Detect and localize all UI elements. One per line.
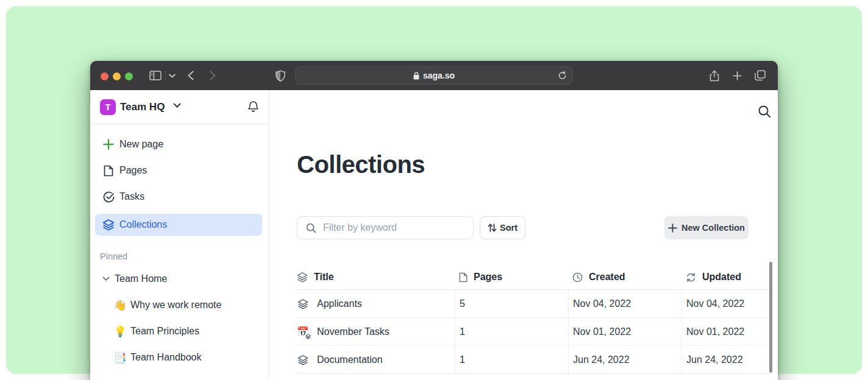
table-row[interactable]: 📅 November Tasks 1 Nov 01, 2022 Nov 01, …: [297, 318, 769, 346]
light-bulb-emoji-icon: 💡: [113, 325, 127, 338]
sidebar-item-label: New page: [119, 139, 163, 150]
main-content: Collections Sort New Collection: [269, 90, 778, 380]
sidebar-item-new-page[interactable]: New page: [95, 135, 262, 153]
sidebar-item-pages[interactable]: Pages: [95, 161, 262, 180]
privacy-shield-icon[interactable]: [273, 61, 288, 90]
sidebar-toggle-icon[interactable]: [148, 61, 163, 90]
new-tab-icon[interactable]: [730, 61, 744, 90]
sort-button[interactable]: Sort: [480, 216, 525, 239]
column-header-label: Title: [314, 272, 334, 283]
pinned-section-label: Pinned: [100, 252, 127, 261]
page-icon: [102, 164, 115, 177]
notifications-bell-icon[interactable]: [247, 100, 259, 113]
expand-chevron-down-icon[interactable]: [102, 276, 110, 281]
zoom-window-button[interactable]: [125, 72, 133, 80]
lock-icon: [413, 72, 419, 80]
toolbar-divider: [165, 71, 166, 80]
layers-icon: [297, 354, 309, 365]
collections-table: Title Pages Created: [297, 265, 769, 374]
updated-date: Nov 01, 2022: [681, 318, 769, 345]
close-window-button[interactable]: [101, 72, 108, 80]
created-date: Nov 01, 2022: [568, 318, 681, 345]
column-header-label: Created: [589, 272, 625, 283]
pinned-item-team-handbook[interactable]: 📑 Team Handbook: [90, 348, 268, 367]
clock-icon: [572, 272, 583, 283]
filter-input-wrapper: [297, 216, 474, 239]
sidebar-item-label: Tasks: [119, 191, 144, 202]
pinned-item-team-home[interactable]: Team Home: [90, 270, 268, 288]
created-date: Nov 04, 2022: [568, 290, 681, 317]
layers-icon: [297, 298, 309, 309]
column-header-pages[interactable]: Pages: [455, 265, 568, 289]
new-collection-button[interactable]: New Collection: [664, 216, 749, 239]
table-row[interactable]: Applicants 5 Nov 04, 2022 Nov 04, 2022: [297, 290, 769, 318]
waving-hand-emoji-icon: 👋: [113, 299, 127, 312]
filter-search-icon: [306, 223, 316, 233]
plus-icon: [668, 223, 677, 233]
filter-input[interactable]: [323, 217, 469, 238]
minimize-window-button[interactable]: [113, 72, 121, 80]
pinned-tree: Team Home 👋 Why we work remote 💡 Team Pr…: [90, 270, 268, 375]
workspace-avatar[interactable]: T: [100, 99, 116, 115]
column-header-title[interactable]: Title: [297, 265, 455, 289]
pinned-item-label: Why we work remote: [130, 300, 221, 311]
table-row[interactable]: Documentation 1 Jun 24, 2022 Jun 24, 202…: [297, 346, 769, 374]
browser-toolbar: saga.so: [90, 61, 778, 90]
pages-count: 1: [455, 346, 568, 373]
address-bar[interactable]: saga.so: [295, 66, 573, 85]
refresh-icon: [686, 272, 696, 283]
sidebar-item-collections[interactable]: Collections: [95, 214, 262, 236]
column-header-created[interactable]: Created: [568, 265, 681, 289]
pages-count: 5: [455, 290, 568, 317]
sidebar-dropdown-chevron-icon[interactable]: [167, 61, 177, 90]
sidebar-nav: New page Pages Tasks: [90, 125, 268, 236]
pages-count: 1: [455, 318, 568, 345]
workspace-chevron-down-icon[interactable]: [173, 103, 181, 108]
table-header-row: Title Pages Created: [297, 265, 769, 290]
collections-layers-icon: [102, 219, 115, 231]
created-date: Jun 24, 2022: [568, 346, 681, 373]
layers-icon: [297, 272, 308, 283]
collection-title[interactable]: November Tasks: [317, 326, 390, 337]
task-check-icon: [102, 191, 115, 203]
pinned-item-why-we-work-remote[interactable]: 👋 Why we work remote: [90, 296, 268, 314]
vertical-scrollbar[interactable]: [769, 262, 772, 373]
browser-window: saga.so T Team HQ: [90, 61, 778, 380]
collection-title[interactable]: Documentation: [317, 354, 383, 365]
layers-badge-icon: [305, 334, 311, 339]
plus-icon: [102, 138, 115, 150]
pinned-item-label: Team Handbook: [130, 352, 202, 363]
workspace-header: T Team HQ: [90, 90, 268, 125]
sidebar-item-label: Pages: [119, 165, 147, 176]
bookmark-tabs-emoji-icon: 📑: [113, 351, 127, 364]
workspace-name[interactable]: Team HQ: [120, 101, 165, 113]
screenshot-stage: saga.so T Team HQ: [0, 0, 868, 380]
sidebar-item-tasks[interactable]: Tasks: [95, 188, 262, 206]
sidebar-item-label: Collections: [119, 219, 167, 230]
back-icon[interactable]: [185, 61, 197, 90]
sort-button-label: Sort: [500, 223, 518, 233]
new-collection-button-label: New Collection: [681, 223, 745, 233]
url-text: saga.so: [423, 71, 455, 80]
search-icon[interactable]: [758, 105, 771, 118]
share-icon[interactable]: [708, 61, 721, 90]
sort-arrows-icon: [488, 223, 497, 233]
collection-title[interactable]: Applicants: [317, 298, 362, 309]
page-icon: [459, 272, 468, 283]
updated-date: Nov 04, 2022: [681, 290, 769, 317]
column-header-updated[interactable]: Updated: [681, 265, 769, 289]
tab-overview-icon[interactable]: [753, 61, 767, 90]
pinned-item-label: Team Principles: [130, 326, 199, 337]
calendar-emoji-icon: 📅: [297, 326, 309, 338]
forward-icon[interactable]: [207, 61, 219, 90]
updated-date: Jun 24, 2022: [681, 346, 769, 373]
pinned-item-label: Team Home: [115, 273, 167, 284]
reload-icon[interactable]: [558, 71, 567, 80]
column-header-label: Pages: [474, 272, 502, 283]
page-title: Collections: [297, 151, 425, 178]
pinned-item-team-principles[interactable]: 💡 Team Principles: [90, 322, 268, 340]
sidebar: T Team HQ New page: [90, 90, 269, 380]
filter-row: Sort New Collection: [269, 216, 778, 239]
column-header-label: Updated: [702, 272, 741, 283]
